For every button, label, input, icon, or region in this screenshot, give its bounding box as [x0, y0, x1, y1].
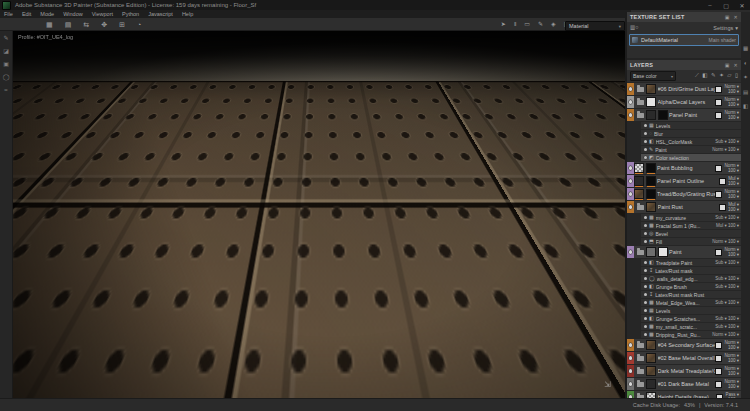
layer-effect-row[interactable]: ↧Latex/Rust mask: [641, 267, 741, 274]
opacity-select[interactable]: 100 ▾: [728, 194, 739, 200]
paint-tool-icon[interactable]: ✎: [3, 35, 8, 41]
visibility-eye-icon[interactable]: [629, 192, 633, 196]
dock-assets-icon[interactable]: ✦: [743, 75, 748, 81]
blend-opacity-controls[interactable]: Norm ▾100 ▾: [724, 84, 741, 95]
history-icon[interactable]: ◔: [137, 21, 141, 28]
viewport-layout-2d-icon[interactable]: ▤: [65, 21, 72, 28]
layer-effect-row[interactable]: ◧HSL_ColorMaskSub ▾ 100 ▾: [641, 138, 741, 145]
menu-file[interactable]: File: [4, 11, 13, 17]
visibility-eye-icon[interactable]: [644, 309, 647, 312]
menu-edit[interactable]: Edit: [22, 11, 31, 17]
layer-row[interactable]: #06 Dirt/Grime Dust LayersNorm ▾100 ▾: [627, 83, 741, 95]
eraser-tool-icon[interactable]: ◪: [3, 48, 9, 54]
visibility-eye-icon[interactable]: [644, 240, 647, 243]
blend-opacity-controls[interactable]: Norm ▾ 100 ▾: [712, 239, 741, 244]
snapshot-icon[interactable]: ▭: [524, 21, 530, 27]
visibility-eye-icon[interactable]: [629, 87, 633, 91]
layer-row[interactable]: #02 Base Metal Overall RustNorm ▾100 ▾: [627, 352, 741, 364]
add-smart-material-icon[interactable]: ✦: [719, 73, 724, 79]
smudge-tool-icon[interactable]: ≈: [4, 87, 7, 93]
panel-pin-icon[interactable]: ▣: [725, 62, 730, 68]
layer-effect-row[interactable]: ✎PaintNorm ▾ 100 ▾: [641, 146, 741, 153]
layer-row[interactable]: Alpha/Decal LayersNorm ▾100 ▾: [627, 96, 741, 108]
layer-effect-row[interactable]: ▩Fractal Sum 1 (Ru...Mul ▾ 100 ▾: [641, 222, 741, 229]
opacity-select[interactable]: 100 ▾: [728, 207, 739, 213]
layer-row[interactable]: Panel PaintNorm ▾100 ▾: [627, 109, 741, 121]
layer-row[interactable]: #04 Secondary Surface Rust LayersNorm ▾1…: [627, 339, 741, 351]
visibility-eye-icon[interactable]: [644, 148, 647, 151]
blend-opacity-controls[interactable]: Norm ▾100 ▾: [724, 189, 741, 200]
texture-set-settings-button[interactable]: Settings ▾: [713, 25, 738, 31]
projection-tool-icon[interactable]: ▣: [3, 61, 9, 67]
layer-effect-row[interactable]: ⬒FillNorm ▾ 100 ▾: [641, 238, 741, 245]
add-effect-icon[interactable]: ⟋: [695, 73, 699, 79]
visibility-eye-icon[interactable]: [644, 277, 647, 280]
texture-set-row-selected[interactable]: DefaultMaterial Main shader: [629, 34, 739, 46]
layer-effect-row[interactable]: ◧Grunge BrushSub ▾ 100 ▾: [641, 283, 741, 290]
opacity-select[interactable]: 100 ▾: [728, 102, 739, 108]
menu-viewport[interactable]: Viewport: [92, 11, 113, 17]
blend-opacity-controls[interactable]: Sub ▾ 100 ▾: [715, 139, 741, 144]
blend-opacity-controls[interactable]: Sub ▾ 100 ▾: [715, 300, 741, 305]
layer-effect-row[interactable]: ▦Levels: [641, 307, 741, 314]
blend-opacity-controls[interactable]: Sub ▾ 100 ▾: [715, 324, 741, 329]
visibility-eye-icon[interactable]: [644, 140, 647, 143]
visibility-eye-icon[interactable]: [629, 369, 633, 373]
layer-effect-row[interactable]: ▩my_small_scratc...Sub ▾ 100 ▾: [641, 323, 741, 330]
menu-javascript[interactable]: Javascript: [148, 11, 173, 17]
cursor-tool-icon[interactable]: ➤: [501, 21, 506, 27]
menu-mode[interactable]: Mode: [40, 11, 54, 17]
add-fill-layer-icon[interactable]: ◧: [702, 73, 707, 79]
layer-effect-row[interactable]: ◎Bevel: [641, 230, 741, 237]
layer-row[interactable]: #01 Dark Base MetalNorm ▾100 ▾: [627, 378, 741, 390]
menu-python[interactable]: Python: [122, 11, 139, 17]
visibility-eye-icon[interactable]: [644, 216, 647, 219]
brush-lazy-icon[interactable]: ◈: [551, 21, 556, 27]
opacity-select[interactable]: 100 ▾: [728, 384, 739, 390]
symmetry-icon[interactable]: ⇆: [83, 21, 89, 28]
opacity-select[interactable]: 100 ▾: [728, 252, 739, 258]
blend-opacity-controls[interactable]: Mul ▾100 ▾: [728, 202, 741, 213]
resize-handle-icon[interactable]: ⇲: [604, 380, 611, 389]
visibility-eye-icon[interactable]: [644, 261, 647, 264]
blend-opacity-controls[interactable]: Norm ▾100 ▾: [724, 379, 741, 390]
opacity-select[interactable]: 100 ▾: [728, 358, 739, 364]
add-group-icon[interactable]: ▱: [727, 73, 731, 79]
layer-effect-row[interactable]: ◧Grunge Scratches...Sub ▾ 100 ▾: [641, 315, 741, 322]
frame-view-icon[interactable]: ⊞: [119, 21, 125, 28]
visibility-eye-icon[interactable]: [644, 301, 647, 304]
texture-set-list-header[interactable]: TEXTURE SET LIST ▣ ✕: [627, 12, 741, 22]
dock-shader-settings-icon[interactable]: ◐: [744, 61, 747, 67]
layer-effect-row[interactable]: ◩Color selection: [641, 154, 741, 161]
layer-effect-row[interactable]: ▩my_curvatureSub ▾ 100 ▾: [641, 214, 741, 221]
blend-opacity-controls[interactable]: Norm ▾100 ▾: [724, 340, 741, 351]
maximize-button[interactable]: ▢: [718, 0, 734, 10]
opacity-select[interactable]: 100 ▾: [728, 371, 739, 377]
viewport-layout-3d-icon[interactable]: ▦: [46, 21, 53, 28]
channel-filter-select[interactable]: Base color ▾: [630, 71, 676, 81]
blend-opacity-controls[interactable]: Norm ▾100 ▾: [724, 163, 741, 174]
visibility-eye-icon[interactable]: [644, 269, 647, 272]
visibility-eye-icon[interactable]: [629, 113, 633, 117]
gizmo-icon[interactable]: ✥: [101, 21, 107, 28]
visibility-eye-icon[interactable]: [629, 250, 633, 254]
minimize-button[interactable]: –: [702, 0, 718, 10]
layer-effect-row[interactable]: ◯walls_detail_edg...Sub ▾ 100 ▾: [641, 275, 741, 282]
blend-opacity-controls[interactable]: Sub ▾ 100 ▾: [715, 316, 741, 321]
blend-opacity-controls[interactable]: Norm ▾100 ▾: [724, 366, 741, 377]
visibility-eye-icon[interactable]: [629, 179, 633, 183]
blend-opacity-controls[interactable]: Sub ▾ 100 ▾: [715, 276, 741, 281]
visibility-eye-icon[interactable]: [629, 100, 633, 104]
dock-properties-icon[interactable]: ▤: [743, 90, 748, 96]
panel-close-icon[interactable]: ✕: [734, 62, 738, 68]
menu-help[interactable]: Help: [182, 11, 193, 17]
delete-layer-icon[interactable]: ▯: [735, 73, 738, 79]
visibility-eye-icon[interactable]: [629, 343, 633, 347]
blend-opacity-controls[interactable]: Sub ▾ 100 ▾: [715, 215, 741, 220]
visibility-eye-icon[interactable]: [644, 333, 647, 336]
add-paint-layer-icon[interactable]: ✎: [711, 73, 716, 79]
panel-pin-icon[interactable]: ▣: [725, 14, 730, 20]
blend-opacity-controls[interactable]: Mul ▾100 ▾: [728, 176, 741, 187]
pause-engine-icon[interactable]: ‖: [514, 21, 516, 27]
layer-effect-row[interactable]: ▩Metal_Edge_Wea...Sub ▾ 100 ▾: [641, 299, 741, 306]
